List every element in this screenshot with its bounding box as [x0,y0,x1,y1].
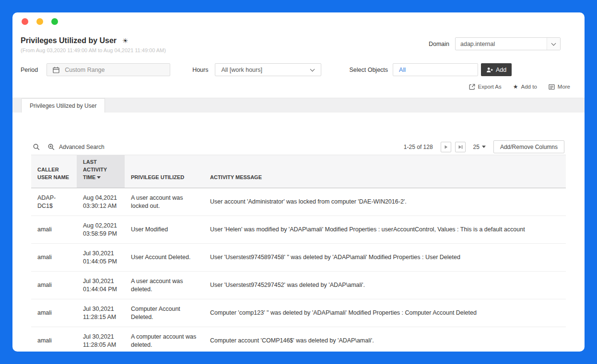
advanced-search-icon [47,143,55,151]
app-window: Privileges Utilized by User ☀ (From Aug … [12,12,585,352]
domain-select-value: adap.internal [460,41,495,47]
cell-privilege-utilized: A user account was deleted. [125,272,204,299]
add-to-label: Add to [521,84,537,90]
activity-time: 03:30:12 AM [83,202,119,210]
filters-row: Period Custom Range Hours All [work hour… [12,63,585,76]
tab-bar: Privileges Utilized by User [12,98,585,113]
report-header: Privileges Utilized by User ☀ (From Aug … [12,31,585,53]
select-objects-label: Select Objects [349,67,388,73]
advanced-search-button[interactable]: Advanced Search [47,143,105,151]
star-icon: ★ [513,84,518,90]
column-header-label: CALLER USER NAME [37,167,69,180]
table-row: ADAP-DC1$ Aug 04,2021 03:30:12 AM A user… [31,188,566,216]
export-as-button[interactable]: Export As [469,84,502,90]
table-row: amali Jul 30,2021 01:44:05 PM User Accou… [31,244,566,272]
cell-activity-message: User 'Userstest9745297452' was deleted b… [204,272,566,299]
domain-label: Domain [429,41,449,47]
activity-date: Jul 30,2021 [83,250,119,258]
next-page-button[interactable] [441,142,451,152]
cell-activity-message: User 'Helen' was modified by 'ADAP\amali… [204,216,566,244]
table-row: amali Jul 30,2021 11:28:05 AM A computer… [31,327,566,352]
page-title: Privileges Utilized by User [21,36,117,45]
report-content: Advanced Search 1-25 of 128 25 [12,113,585,352]
period-label: Period [21,67,38,73]
cell-caller-user-name: ADAP-DC1$ [31,188,77,216]
page-size-dropdown[interactable]: 25 [473,144,486,150]
search-controls: Advanced Search [33,143,105,151]
add-objects-button[interactable]: Add [481,63,512,76]
hours-select[interactable]: All [work hours] [215,63,321,76]
cell-activity-message: Computer account 'COMP146$' was deleted … [204,327,566,352]
last-page-button[interactable] [455,142,466,152]
column-header-label: LAST ACTIVITY TIME [83,159,107,180]
cell-activity-message: User account 'Administrator' was locked … [204,188,566,216]
domain-select-caret-zone [547,38,560,50]
cell-privilege-utilized: User Modified [125,216,204,244]
column-header-activity-message[interactable]: ACTIVITY MESSAGE [204,155,566,188]
cell-caller-user-name: amali [31,299,77,327]
calendar-icon [53,67,59,73]
period-picker[interactable]: Custom Range [47,63,170,76]
person-add-icon [486,67,493,73]
activity-date: Jul 30,2021 [83,305,119,313]
activity-time: 01:44:04 PM [83,285,119,294]
select-objects-input[interactable]: All [393,63,478,76]
column-header-privilege-utilized[interactable]: PRIVILEGE UTILIZED [125,155,204,188]
table-header-row: CALLER USER NAME LAST ACTIVITY TIME PRIV… [31,155,566,188]
report-title-block: Privileges Utilized by User ☀ (From Aug … [21,36,166,53]
domain-block: Domain adap.internal [429,37,561,50]
window-titlebar [12,12,585,31]
cell-caller-user-name: amali [31,272,77,299]
cell-caller-user-name: amali [31,244,77,272]
column-header-last-activity-time[interactable]: LAST ACTIVITY TIME [77,155,125,188]
table-row: amali Jul 30,2021 01:44:04 PM A user acc… [31,272,566,299]
schedule-report-icon[interactable]: ☀ [122,37,129,44]
export-icon [469,84,475,90]
column-header-label: PRIVILEGE UTILIZED [131,174,184,180]
column-header-caller-user-name[interactable]: CALLER USER NAME [31,155,77,188]
period-value: Custom Range [65,67,105,73]
table-row: amali Aug 02,2021 03:58:59 PM User Modif… [31,216,566,244]
more-button[interactable]: More [549,84,570,90]
maximize-window-button[interactable] [51,18,58,25]
cell-activity-message: Computer 'comp123' " was deleted by 'ADA… [204,299,566,327]
chevron-down-icon [310,67,315,71]
close-window-button[interactable] [22,18,28,25]
search-icon[interactable] [33,143,40,151]
activity-date: Aug 04,2021 [83,194,119,202]
sort-descending-icon [97,176,101,179]
pagination-controls: 1-25 of 128 25 Add/Remove Columns [404,140,564,153]
activity-date: Jul 30,2021 [83,333,119,341]
activity-date: Aug 02,2021 [83,222,119,230]
cell-caller-user-name: amali [31,327,77,352]
cell-last-activity-time: Jul 30,2021 01:44:04 PM [77,272,125,299]
activity-time: 11:28:05 AM [83,341,119,349]
cell-activity-message: User 'Userstest9745897458' " was deleted… [204,244,566,272]
add-to-button[interactable]: ★ Add to [513,84,537,90]
pagination-range: 1-25 of 128 [404,144,433,150]
minimize-window-button[interactable] [36,18,43,25]
report-actions: Export As ★ Add to More [12,82,585,91]
activity-date: Jul 30,2021 [83,277,119,285]
page-size-value: 25 [473,144,480,150]
more-label: More [558,84,570,90]
domain-select[interactable]: adap.internal [455,37,561,50]
cell-last-activity-time: Jul 30,2021 01:44:05 PM [77,244,125,272]
table-row: amali Jul 30,2021 11:28:15 AM Computer A… [31,299,566,327]
export-as-label: Export As [478,84,502,90]
activity-time: 01:44:05 PM [83,258,119,266]
last-page-icon [457,144,463,150]
tab-privileges-utilized-by-user[interactable]: Privileges Utilized by User [21,98,105,113]
hours-select-value: All [work hours] [221,67,262,73]
table-toolbar: Advanced Search 1-25 of 128 25 [31,139,566,155]
add-remove-columns-button[interactable]: Add/Remove Columns [493,140,564,153]
advanced-search-label: Advanced Search [59,144,105,150]
cell-privilege-utilized: A user account was locked out. [125,188,204,216]
add-button-label: Add [496,67,506,73]
cell-privilege-utilized: A computer account was deleted. [125,327,204,352]
cell-last-activity-time: Jul 30,2021 11:28:05 AM [77,327,125,352]
cell-caller-user-name: amali [31,216,77,244]
activity-time: 03:58:59 PM [83,230,119,238]
next-page-icon [443,144,449,150]
report-date-range: (From Aug 03,2020 11:49:00 AM to Aug 04,… [21,47,166,53]
